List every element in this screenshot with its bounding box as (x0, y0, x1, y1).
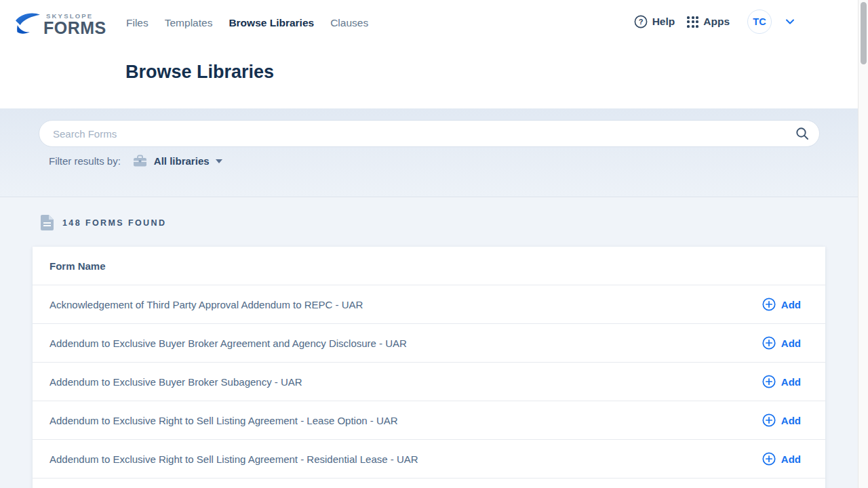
apps-button[interactable]: Apps (687, 16, 730, 28)
add-label: Add (781, 299, 801, 310)
search-form (39, 120, 820, 147)
library-filter-dropdown[interactable]: All libraries (154, 155, 210, 167)
user-avatar[interactable]: TC (747, 9, 772, 34)
scrollbar-thumb[interactable] (861, 2, 867, 64)
filter-caret-down-icon[interactable] (216, 159, 222, 163)
svg-text:?: ? (638, 18, 643, 26)
help-question-icon: ? (634, 15, 648, 28)
results-count-row: 148 FORMS FOUND (41, 215, 166, 230)
results-count-text: 148 FORMS FOUND (62, 218, 166, 228)
table-rows-container: Acknowledgement of Third Party Approval … (33, 285, 825, 479)
add-circle-plus-icon (762, 452, 776, 466)
nav-files[interactable]: Files (126, 17, 149, 29)
add-form-button[interactable]: Add (762, 298, 801, 311)
form-name: Addendum to Exclusive Buyer Broker Subag… (50, 376, 302, 388)
add-circle-plus-icon (762, 413, 776, 427)
table-row: Addendum to Exclusive Buyer Broker Subag… (33, 363, 825, 401)
logo-text: SKYSLOPE FORMS (43, 13, 106, 37)
table-row: Addendum to Exclusive Buyer Broker Agree… (33, 324, 825, 363)
add-label: Add (781, 338, 801, 349)
app-header: SKYSLOPE FORMS Files Templates Browse Li… (0, 0, 868, 108)
filter-label: Filter results by: (49, 155, 121, 167)
table-header-form-name: Form Name (33, 247, 825, 285)
skyslope-forms-logo[interactable]: SKYSLOPE FORMS (15, 12, 106, 37)
form-name: Acknowledgement of Third Party Approval … (50, 299, 363, 310)
add-circle-plus-icon (762, 298, 776, 311)
filter-row: Filter results by: All libraries (49, 155, 222, 167)
add-form-button[interactable]: Add (762, 413, 801, 427)
table-row: Acknowledgement of Third Party Approval … (33, 285, 825, 324)
content-area: 148 FORMS FOUND Form Name Acknowledgemen… (0, 198, 868, 488)
nav-templates[interactable]: Templates (165, 17, 213, 29)
add-form-button[interactable]: Add (762, 375, 801, 388)
add-form-button[interactable]: Add (762, 336, 801, 350)
account-chevron-down-icon[interactable] (785, 18, 795, 25)
form-name: Addendum to Exclusive Right to Sell List… (50, 453, 418, 465)
apps-label: Apps (703, 16, 730, 28)
add-circle-plus-icon (762, 336, 776, 350)
logo-forms-label: FORMS (43, 20, 106, 37)
add-label: Add (781, 453, 801, 465)
briefcase-icon (133, 155, 147, 167)
apps-grid-icon (687, 16, 698, 28)
table-row: Addendum to Exclusive Right to Sell List… (33, 401, 825, 440)
header-actions: ? Help Apps TC (634, 9, 795, 34)
table-row: Addendum to Exclusive Right to Sell List… (33, 440, 825, 479)
forms-table-card: Form Name Acknowledgement of Third Party… (33, 247, 825, 488)
help-button[interactable]: ? Help (634, 15, 675, 28)
search-section: Filter results by: All libraries (0, 108, 868, 197)
topbar: SKYSLOPE FORMS Files Templates Browse Li… (0, 0, 868, 46)
skyslope-swoosh-icon (15, 12, 41, 35)
document-icon (41, 215, 54, 230)
form-name: Addendum to Exclusive Right to Sell List… (50, 415, 398, 426)
search-icon[interactable] (795, 126, 810, 144)
search-input[interactable] (39, 120, 820, 147)
add-label: Add (781, 376, 801, 388)
add-form-button[interactable]: Add (762, 452, 801, 466)
form-name: Addendum to Exclusive Buyer Broker Agree… (50, 338, 407, 349)
nav-browse-libraries[interactable]: Browse Libraries (229, 17, 314, 29)
nav-clauses[interactable]: Clauses (330, 17, 368, 29)
vertical-scrollbar[interactable] (858, 0, 868, 488)
main-nav: Files Templates Browse Libraries Clauses (126, 17, 368, 29)
add-label: Add (781, 415, 801, 426)
add-circle-plus-icon (762, 375, 776, 388)
help-label: Help (652, 16, 675, 28)
page-title: Browse Libraries (125, 62, 274, 83)
